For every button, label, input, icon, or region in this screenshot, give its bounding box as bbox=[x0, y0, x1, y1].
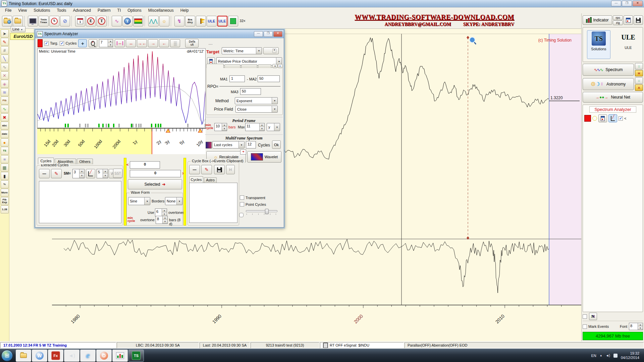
rpo-tab-1[interactable] bbox=[206, 64, 224, 68]
line-tool[interactable]: ╲ bbox=[1, 55, 9, 63]
fib-tool[interactable]: Fib bbox=[1, 97, 9, 105]
flag-button[interactable] bbox=[196, 16, 206, 26]
selected-button[interactable]: Selected➜ bbox=[128, 179, 182, 189]
cycles-count-input[interactable]: 12 bbox=[246, 141, 256, 148]
sa-chart-button[interactable] bbox=[608, 114, 617, 122]
webmoney-button[interactable]: W bbox=[32, 350, 47, 362]
start-button[interactable]: ⊞ bbox=[1, 350, 13, 361]
menu-tools[interactable]: Tools bbox=[54, 7, 69, 13]
cycle-box-tab-astro[interactable]: Astro bbox=[204, 177, 217, 183]
tab-others[interactable]: Others bbox=[77, 159, 93, 164]
wavelet-button[interactable]: Wavelet bbox=[247, 151, 281, 163]
delete-tool[interactable]: ✖ bbox=[1, 113, 9, 121]
tab-cycles[interactable]: Cycles bbox=[38, 158, 54, 164]
rpo-tab-4[interactable] bbox=[258, 64, 271, 68]
ma1-input[interactable]: 1 bbox=[229, 75, 245, 82]
spectrum-button[interactable]: ∿∿∿ Spectrum bbox=[583, 64, 634, 76]
dialog-close-button[interactable]: ✕ bbox=[273, 31, 282, 37]
bradley-button[interactable]: Bradley bbox=[185, 16, 195, 26]
zigzag-tool[interactable]: ∿ bbox=[1, 63, 9, 71]
rpo-tab-2[interactable] bbox=[224, 64, 240, 68]
font-size-spinner[interactable]: 8 bbox=[629, 323, 643, 330]
dialog-titlebar[interactable]: TS Spectrum Analyzer — ❐ ✕ bbox=[35, 30, 284, 38]
snap-tool[interactable]: # bbox=[1, 46, 9, 54]
percent-tool[interactable]: % bbox=[1, 180, 9, 188]
remove-cycle-button[interactable]: — bbox=[39, 169, 50, 178]
rpo-button[interactable]: rpo bbox=[613, 15, 623, 20]
ryg-bar-button[interactable] bbox=[133, 16, 143, 26]
min-cycle-spinner[interactable]: 10 bbox=[214, 123, 227, 131]
open-file-button[interactable] bbox=[13, 16, 23, 26]
crosshatch-tool[interactable]: ✕ bbox=[1, 71, 9, 79]
ok-button[interactable]: Ok bbox=[272, 140, 281, 149]
crosshair-button[interactable]: + bbox=[78, 39, 87, 47]
spectrum-h-button[interactable]: H bbox=[635, 70, 643, 76]
internet-explorer-button[interactable]: e bbox=[80, 350, 96, 362]
astronomy-dots-button[interactable]: :: bbox=[635, 77, 643, 84]
date-label-tool[interactable]: date bbox=[1, 130, 9, 138]
menu-options[interactable]: Options bbox=[124, 7, 144, 13]
tray-volume-icon[interactable]: ◄) bbox=[606, 354, 610, 357]
wave-model-tool[interactable]: ≈ bbox=[1, 155, 9, 163]
menu-help[interactable]: Help bbox=[177, 7, 192, 13]
planet-tool[interactable]: ● bbox=[1, 138, 9, 146]
green-square-button[interactable] bbox=[228, 16, 238, 26]
abc-label-tool[interactable]: abc bbox=[1, 122, 9, 130]
opacity-slider[interactable] bbox=[246, 210, 277, 212]
calendar-button[interactable]: 1 bbox=[75, 16, 85, 26]
cycle-box-h-button[interactable]: H bbox=[226, 165, 235, 174]
maximize-button[interactable]: ❐ bbox=[622, 1, 632, 6]
save-button[interactable] bbox=[634, 15, 643, 25]
range-full-button[interactable]: ↔ bbox=[115, 39, 125, 47]
cycle-value-input-2[interactable]: 0 bbox=[130, 170, 181, 177]
mark-events-checkbox[interactable]: Mark Events bbox=[583, 324, 609, 329]
clock-button[interactable] bbox=[49, 16, 59, 26]
n-colorful-button[interactable]: N bbox=[589, 313, 597, 320]
language-indicator[interactable]: EN bbox=[591, 354, 596, 358]
dialog-maximize-button[interactable]: ❐ bbox=[264, 31, 273, 37]
menu-advanced[interactable]: Advanced bbox=[70, 7, 94, 13]
dither-button[interactable]: ▒ bbox=[170, 39, 180, 47]
ule-open-button[interactable]: ULE bbox=[207, 16, 217, 26]
solutions-button[interactable]: TS Solutions bbox=[587, 30, 610, 59]
tab-scroll-left-button[interactable]: ◂ bbox=[272, 64, 277, 68]
range-expand-button[interactable]: ↔ bbox=[126, 39, 136, 47]
spectrum-dots-button[interactable]: :: bbox=[635, 63, 643, 69]
wave-tool[interactable]: ∿ bbox=[1, 105, 9, 113]
grid-box-tool[interactable]: ▦ bbox=[1, 164, 9, 172]
curve-color-swatch[interactable] bbox=[584, 115, 591, 122]
squiggle-button[interactable]: ∿ bbox=[112, 16, 122, 26]
menu-view[interactable]: View bbox=[15, 7, 30, 13]
point-cycles-checkbox[interactable]: Point Cycles bbox=[240, 202, 266, 206]
max-cycle-spinner[interactable]: 11 bbox=[245, 123, 265, 131]
browser-button[interactable]: O bbox=[96, 350, 112, 362]
minimize-button[interactable]: — bbox=[611, 1, 621, 6]
splitter-right[interactable] bbox=[183, 158, 186, 226]
menu-solutions[interactable]: Solutions bbox=[31, 7, 53, 13]
ratio-128-button[interactable]: 1.28 bbox=[1, 205, 9, 214]
sidebar-bottom-checkbox[interactable] bbox=[583, 314, 587, 319]
transparent-checkbox[interactable]: Transparent bbox=[240, 195, 265, 200]
bars-tool[interactable]: ▮ bbox=[1, 172, 9, 180]
shift-right-button[interactable]: → bbox=[148, 39, 158, 47]
borders-dropdown[interactable]: None bbox=[165, 197, 182, 205]
extracted-cycles-list[interactable] bbox=[39, 181, 121, 223]
star-button[interactable]: * bbox=[263, 47, 279, 54]
range-shrink-button[interactable]: →← bbox=[137, 39, 147, 47]
edit-tool[interactable]: ✎ bbox=[1, 38, 9, 46]
cycles-checkbox[interactable]: Cycles bbox=[60, 41, 76, 46]
show-hidden-icons[interactable]: ▲ bbox=[600, 354, 602, 357]
fib-exp-button[interactable]: Fib Exp bbox=[1, 197, 9, 205]
mini-checkbox[interactable] bbox=[239, 213, 244, 217]
time-globe-button[interactable]: T bbox=[122, 16, 132, 26]
symbol-tab[interactable]: EuroUSD bbox=[10, 33, 36, 40]
line-tool-button[interactable]: Line bbox=[11, 26, 25, 32]
sun-scales-button[interactable]: ☼ bbox=[159, 16, 169, 26]
mountains-button[interactable]: ⋀⋀ bbox=[148, 16, 159, 26]
monitor-button[interactable] bbox=[28, 16, 38, 26]
explorer-button[interactable] bbox=[16, 350, 31, 362]
splitter-left[interactable] bbox=[124, 158, 126, 226]
diamond-tool[interactable]: ◈ bbox=[1, 80, 9, 88]
zoom-in-button[interactable] bbox=[89, 39, 97, 47]
sa-checkbox[interactable] bbox=[619, 116, 623, 121]
